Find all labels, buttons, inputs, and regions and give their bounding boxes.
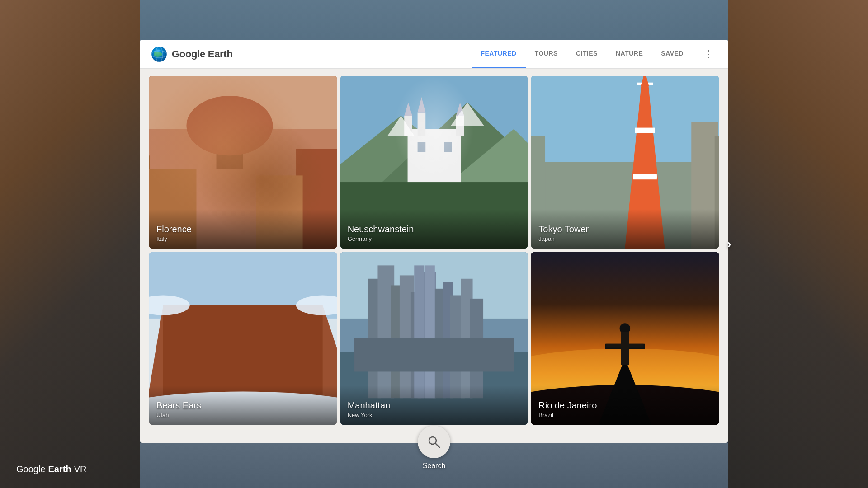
svg-rect-26 [444, 142, 452, 152]
card-tokyo[interactable]: Tokyo Tower Japan [531, 76, 719, 249]
card-manhattan[interactable]: Manhattan New York [340, 252, 528, 425]
nav-tabs: FEATURED TOURS CITIES NATURE SAVED [472, 40, 693, 68]
svg-rect-69 [414, 265, 424, 398]
google-earth-logo-icon [151, 46, 167, 62]
card-neuschwanstein-label: Neuschwanstein Germany [340, 209, 528, 249]
svg-rect-25 [417, 142, 425, 152]
card-manhattan-label: Manhattan New York [340, 385, 528, 425]
card-florence-subtitle: Italy [156, 235, 330, 242]
bottom-branding: Google Earth VR [16, 464, 86, 474]
card-neuschwanstein-subtitle: Germany [348, 235, 521, 242]
search-label: Search [423, 462, 446, 470]
search-button[interactable]: Search [418, 426, 450, 470]
svg-rect-4 [149, 76, 337, 129]
svg-rect-19 [404, 116, 412, 136]
tab-cities[interactable]: CITIES [567, 40, 607, 68]
brand-earth: Earth [48, 464, 71, 474]
svg-marker-16 [434, 129, 528, 196]
svg-point-6 [190, 103, 269, 156]
card-rio-label: Rio de Janeiro Brazil [531, 385, 719, 425]
card-bears-ears-label: Bears Ears Utah [149, 385, 337, 425]
card-florence[interactable]: Florence Italy [149, 76, 337, 249]
card-manhattan-title: Manhattan [348, 400, 521, 411]
svg-marker-22 [404, 103, 412, 116]
search-icon [427, 435, 441, 449]
card-neuschwanstein-title: Neuschwanstein [348, 224, 521, 235]
card-rio[interactable]: Rio de Janeiro Brazil [531, 252, 719, 425]
background-center-top [140, 0, 728, 41]
svg-marker-27 [387, 116, 414, 136]
card-rio-subtitle: Brazil [538, 412, 712, 418]
svg-rect-82 [607, 344, 644, 348]
search-circle [418, 426, 450, 458]
card-manhattan-subtitle: New York [348, 412, 521, 418]
svg-marker-14 [340, 116, 500, 195]
svg-rect-18 [407, 129, 461, 183]
card-bears-ears[interactable]: Bears Ears Utah [149, 252, 337, 425]
svg-rect-81 [621, 332, 629, 365]
tab-saved[interactable]: SAVED [652, 40, 693, 68]
svg-marker-28 [451, 103, 484, 126]
background-right [728, 0, 868, 488]
svg-rect-42 [635, 128, 655, 133]
background-left [0, 0, 140, 488]
main-panel: Google Earth FEATURED TOURS CITIES NATUR… [140, 40, 728, 443]
svg-line-84 [435, 443, 439, 447]
card-rio-title: Rio de Janeiro [538, 400, 712, 411]
svg-rect-20 [456, 116, 464, 136]
card-bears-ears-subtitle: Utah [156, 412, 330, 418]
app-header: Google Earth FEATURED TOURS CITIES NATUR… [140, 40, 728, 69]
logo-text: Google Earth [172, 48, 233, 60]
svg-rect-70 [425, 265, 434, 398]
tab-tours[interactable]: TOURS [526, 40, 567, 68]
svg-rect-71 [354, 338, 514, 371]
svg-marker-15 [368, 103, 528, 196]
brand-google: Google [16, 464, 46, 474]
card-tokyo-subtitle: Japan [538, 235, 712, 242]
svg-rect-43 [633, 174, 657, 179]
tab-featured[interactable]: FEATURED [472, 40, 525, 68]
logo-area: Google Earth [151, 46, 233, 62]
more-menu-button[interactable]: ⋮ [700, 47, 717, 62]
svg-marker-23 [456, 103, 464, 116]
svg-marker-24 [417, 97, 425, 113]
next-arrow-button[interactable]: › [719, 234, 739, 254]
tab-nature[interactable]: NATURE [607, 40, 652, 68]
card-bears-ears-title: Bears Ears [156, 400, 330, 411]
card-florence-label: Florence Italy [149, 209, 337, 249]
content-grid: Florence Italy [140, 69, 728, 428]
svg-rect-7 [217, 129, 243, 169]
svg-point-8 [186, 96, 273, 155]
card-tokyo-title: Tokyo Tower [538, 224, 712, 235]
card-tokyo-label: Tokyo Tower Japan [531, 209, 719, 249]
card-florence-title: Florence [156, 224, 330, 235]
card-neuschwanstein[interactable]: Neuschwanstein Germany [340, 76, 528, 249]
brand-vr: VR [74, 464, 87, 474]
svg-rect-21 [417, 113, 425, 136]
